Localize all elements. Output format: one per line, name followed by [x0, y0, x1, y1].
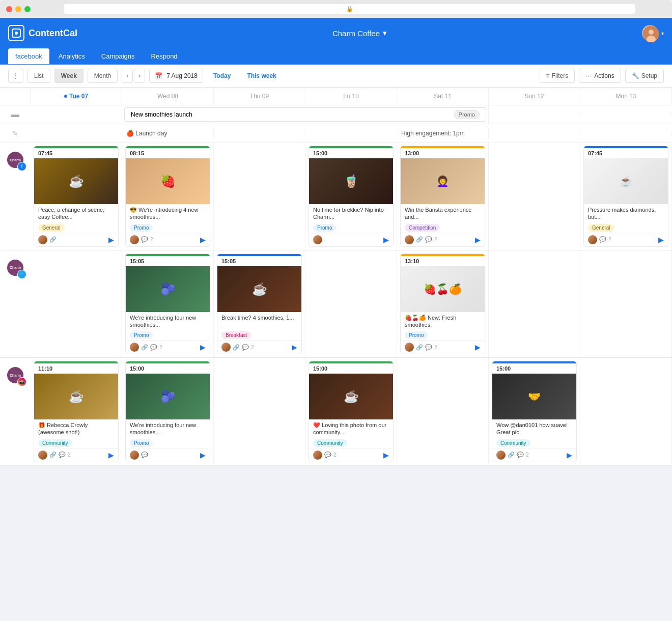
post-footer: 🔗 💬 2 ▶: [492, 448, 576, 462]
post-tag: Promo: [313, 224, 336, 232]
current-date-display: 📅 7 Aug 2018: [149, 69, 203, 83]
address-bar: 🔒: [64, 4, 635, 14]
comment-icon: 💬: [517, 451, 524, 458]
send-icon[interactable]: ▶: [475, 343, 481, 351]
fb-post-tue[interactable]: 07:45 ☕ Peace, a change of scene, easy C…: [34, 146, 119, 247]
tw-post-sat[interactable]: 13:10 🍓🍒🍊 🍓🍒🍊 New: Fresh smoothies. Prom…: [400, 253, 485, 355]
calendar-header: Tue 07 Wed 08 Thu 09 Fri 10 Sat 11 Sun 1…: [0, 88, 672, 105]
fb-cell-mon: 07:45 ☕ Pressure makes diamonds, but... …: [580, 143, 672, 250]
tw-post-wed[interactable]: 15:05 🫐 We're introducing four new smoot…: [125, 253, 210, 355]
fb-cell-wed: 08:15 🍓 😎 We're introducing 4 new smooth…: [122, 143, 214, 250]
day-label-1: Tue 07: [69, 93, 88, 100]
fb-post-mon[interactable]: 07:45 ☕ Pressure makes diamonds, but... …: [583, 146, 668, 247]
fb-cell-fri: 15:00 🧋 No time for brekkie? Nip into Ch…: [305, 143, 397, 250]
tab-analytics[interactable]: Analytics: [51, 48, 92, 64]
tw-cell-wed: 15:05 🫐 We're introducing four new smoot…: [122, 250, 214, 358]
comment-count: 2: [68, 452, 71, 458]
menu-icon-button[interactable]: ⋮: [8, 69, 23, 83]
month-view-button[interactable]: Month: [88, 69, 118, 83]
post-image: ☕: [309, 374, 393, 419]
actions-label: Actions: [594, 72, 614, 79]
list-view-button[interactable]: List: [27, 69, 50, 83]
filters-button[interactable]: ≡ Filters: [540, 69, 575, 83]
smoothies-banner-event[interactable]: New smoothies launch Promo: [124, 107, 486, 122]
post-author-avatar: [130, 235, 139, 244]
comment-icon: 💬: [242, 344, 249, 351]
send-icon[interactable]: ▶: [108, 236, 114, 244]
post-footer: 🔗 💬 2 ▶: [217, 340, 301, 354]
window-close-btn[interactable]: [6, 6, 12, 12]
user-avatar[interactable]: [642, 25, 658, 41]
ig-cell-sun: 15:00 🤝 Wow @dan0101 how suave! Great pi…: [489, 358, 580, 465]
send-icon[interactable]: ▶: [108, 451, 114, 459]
window-minimize-btn[interactable]: [15, 6, 21, 12]
send-icon[interactable]: ▶: [658, 236, 664, 244]
banner2-cell-1: [31, 131, 122, 135]
instagram-platform-icon: Charm 📸: [0, 358, 31, 465]
comment-icon: 💬: [150, 344, 157, 351]
ig-post-tue[interactable]: 11:10 ☕ 🎁 Rebecca Crowly (awesome shot!)…: [34, 361, 119, 462]
tab-campaigns[interactable]: Campaigns: [94, 48, 142, 64]
launch-day-cell: 🍎 Launch day: [122, 128, 214, 139]
platform-row-twitter: Charm 🐦 15:05 🫐 We're introducing four n…: [0, 250, 672, 358]
ig-post-sun[interactable]: 15:00 🤝 Wow @dan0101 how suave! Great pi…: [492, 361, 577, 462]
prev-week-button[interactable]: ‹: [122, 69, 133, 83]
post-footer: 🔗 💬 2 ▶: [401, 340, 485, 354]
post-text: We're introducing four new smoothies...: [126, 419, 210, 438]
workspace-selector[interactable]: Charm Coffee ▾: [77, 29, 642, 38]
today-button[interactable]: Today: [207, 69, 237, 82]
post-footer: 🔗 💬 2 ▶: [34, 448, 118, 462]
tw-cell-sun: [489, 250, 580, 358]
tab-content[interactable]: facebook: [8, 48, 49, 64]
window-maximize-btn[interactable]: [24, 6, 31, 12]
post-tag: General: [588, 224, 614, 232]
post-footer: 🔗 💬 2 ▶: [401, 233, 485, 246]
banner-row2-icon: ✎: [0, 127, 31, 139]
logo-area: ContentCal: [8, 25, 77, 41]
send-icon[interactable]: ▶: [383, 451, 389, 459]
banner-cell-7: [580, 112, 672, 117]
filter-icon: ≡: [546, 72, 550, 79]
banner2-cell-4: [305, 131, 397, 135]
post-time: 11:10: [34, 363, 118, 374]
send-icon[interactable]: ▶: [383, 236, 389, 244]
send-icon[interactable]: ▶: [567, 451, 572, 459]
post-image: 👩‍🦱: [401, 158, 485, 204]
fb-cell-tue: 07:45 ☕ Peace, a change of scene, easy C…: [31, 143, 122, 250]
post-footer: 💬 2 ▶: [309, 448, 393, 462]
twitter-badge: 🐦: [17, 270, 26, 279]
ig-post-fri[interactable]: 15:00 ☕ ❤️ Loving this photo from our co…: [309, 361, 394, 462]
send-icon[interactable]: ▶: [292, 343, 297, 351]
post-author-avatar: [313, 235, 322, 244]
post-footer: ▶: [309, 233, 393, 246]
comment-count: 2: [159, 345, 162, 350]
this-week-button[interactable]: This week: [241, 69, 282, 82]
header-day-4: Fri 10: [305, 88, 397, 105]
high-engagement-cell: High engagement: 1pm: [397, 128, 489, 139]
fb-post-sat[interactable]: 13:00 👩‍🦱 Win the Barista experience and…: [400, 146, 485, 247]
post-tag: Breakfast: [221, 331, 251, 339]
user-dropdown-icon[interactable]: ▾: [661, 31, 664, 36]
date-label: 7 Aug 2018: [166, 72, 198, 79]
instagram-badge: 📸: [17, 377, 26, 386]
send-icon[interactable]: ▶: [475, 236, 481, 244]
next-week-button[interactable]: ›: [134, 69, 145, 83]
post-image: 🫐: [126, 374, 210, 419]
send-icon[interactable]: ▶: [200, 343, 206, 351]
post-text: 😎 We're introducing 4 new smoothies...: [126, 204, 210, 223]
banner2-cell-6: [489, 131, 580, 135]
send-icon[interactable]: ▶: [200, 451, 206, 459]
setup-button[interactable]: 🔧 Setup: [625, 69, 664, 83]
send-icon[interactable]: ▶: [200, 236, 206, 244]
actions-button[interactable]: ··· Actions: [579, 69, 621, 83]
post-tag: Promo: [405, 331, 428, 339]
post-text: Break time? 4 smoothies, 1...: [217, 312, 301, 331]
fb-post-fri[interactable]: 15:00 🧋 No time for brekkie? Nip into Ch…: [309, 146, 394, 247]
tw-post-thu[interactable]: 15:05 ☕ Break time? 4 smoothies, 1... Br…: [217, 253, 302, 355]
ig-post-wed[interactable]: 15:00 🫐 We're introducing four new smoot…: [125, 361, 210, 462]
tw-cell-sat: 13:10 🍓🍒🍊 🍓🍒🍊 New: Fresh smoothies. Prom…: [397, 250, 489, 358]
post-text: ❤️ Loving this photo from our community.…: [309, 419, 393, 438]
tab-respond[interactable]: Respond: [144, 48, 185, 64]
week-view-button[interactable]: Week: [54, 69, 83, 83]
fb-post-wed[interactable]: 08:15 🍓 😎 We're introducing 4 new smooth…: [125, 146, 210, 247]
